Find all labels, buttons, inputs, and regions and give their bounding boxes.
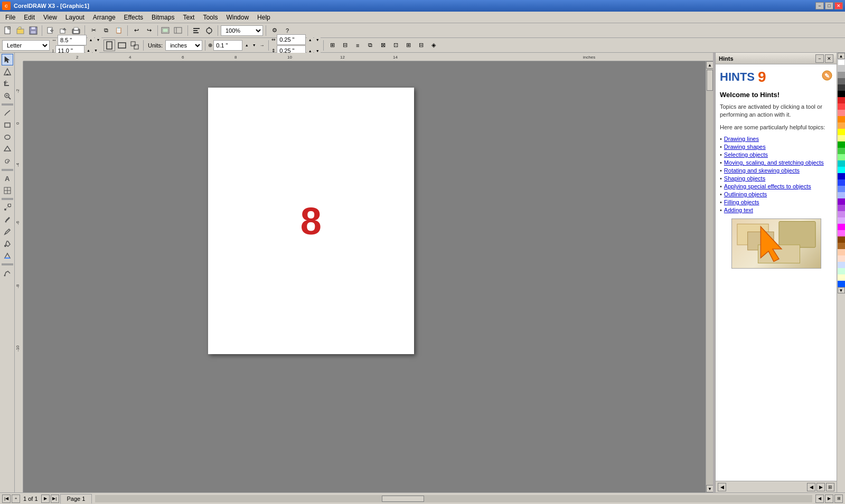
close-button[interactable]: ✕ <box>834 2 843 9</box>
tb2-distribute-btn[interactable]: ≡ <box>352 40 363 51</box>
height-down-btn[interactable]: ▼ <box>93 48 99 53</box>
color-swatch[interactable] <box>838 135 845 141</box>
open-button[interactable] <box>15 25 26 36</box>
nudge-input[interactable] <box>213 40 242 51</box>
polygon-tool-btn[interactable] <box>2 144 13 155</box>
drawing-canvas[interactable]: 8 <box>23 61 706 492</box>
menu-file[interactable]: File <box>1 12 20 23</box>
color-swatch[interactable] <box>838 103 845 110</box>
zoom-dropdown[interactable]: 100%50%200% <box>221 25 263 36</box>
tb2-combine-btn[interactable]: ⊞ <box>402 40 414 51</box>
color-swatch[interactable] <box>838 186 845 192</box>
color-white[interactable] <box>838 59 845 65</box>
portrait-btn[interactable] <box>104 40 115 51</box>
filling-link[interactable]: Filling objects <box>724 199 759 205</box>
tb2-snap-btn[interactable]: ⊞ <box>326 40 338 51</box>
interactive-fill-btn[interactable] <box>2 250 13 262</box>
hints-minimize-btn[interactable]: − <box>815 54 824 63</box>
color-swatch[interactable] <box>838 116 845 122</box>
outline-pen-btn[interactable] <box>2 226 13 237</box>
effects-link[interactable]: Applying special effects to objects <box>724 183 811 189</box>
color-swatch[interactable] <box>838 230 845 236</box>
select-tool-btn[interactable] <box>2 54 13 65</box>
color-swatch[interactable] <box>838 211 845 217</box>
ellipse-tool-btn[interactable] <box>2 131 13 143</box>
fill-tool-btn[interactable] <box>2 238 13 250</box>
color-swatch[interactable] <box>838 110 845 116</box>
spiral-tool-btn[interactable] <box>2 156 13 167</box>
color-swatch[interactable] <box>838 205 845 211</box>
x-offset-input[interactable] <box>277 34 306 45</box>
color-bottom-blue[interactable] <box>838 281 845 287</box>
width-down-btn[interactable]: ▼ <box>95 37 101 43</box>
menu-edit[interactable]: Edit <box>20 12 39 23</box>
menu-view[interactable]: View <box>39 12 61 23</box>
menu-effects[interactable]: Effects <box>120 12 147 23</box>
color-swatch[interactable] <box>838 141 845 148</box>
vscroll-down-btn[interactable]: ▼ <box>706 485 713 492</box>
color-swatch[interactable] <box>838 255 845 262</box>
color-swatch[interactable] <box>838 72 845 78</box>
shaping-link[interactable]: Shaping objects <box>724 175 765 182</box>
copy-button[interactable]: ⧉ <box>100 25 112 36</box>
save-button[interactable] <box>27 25 39 36</box>
color-swatch[interactable] <box>838 167 845 173</box>
page-tab-1[interactable]: Page 1 <box>60 494 92 503</box>
freehand-tool-btn[interactable] <box>2 107 13 119</box>
page-last-btn[interactable]: ▶| <box>51 495 59 503</box>
hints-expand-btn[interactable]: ⊞ <box>826 483 834 491</box>
import-btn2[interactable] <box>161 25 172 36</box>
rectangle-tool-btn[interactable] <box>2 119 13 131</box>
color-swatch[interactable] <box>838 78 845 84</box>
nudge-up[interactable]: ▲ <box>243 43 250 48</box>
zoom-tool-btn[interactable] <box>2 90 13 102</box>
color-swatch[interactable] <box>838 249 845 255</box>
landscape-btn[interactable] <box>116 40 128 51</box>
page-options-btn[interactable] <box>129 40 140 51</box>
color-black[interactable] <box>838 91 845 97</box>
color-swatch[interactable] <box>838 84 845 91</box>
color-swatch[interactable] <box>838 236 845 243</box>
color-swatch[interactable] <box>838 173 845 179</box>
hscroll-right-btn[interactable]: ▶ <box>825 495 833 503</box>
text-tool-btn[interactable]: A <box>2 173 13 184</box>
units-dropdown[interactable]: inchesmmcm <box>165 40 202 51</box>
tb2-convert-btn[interactable]: ◈ <box>428 40 439 51</box>
hints-nav-left-btn[interactable]: ◀ <box>807 483 815 491</box>
new-button[interactable] <box>2 25 14 36</box>
color-swatch[interactable] <box>838 129 845 135</box>
hints-back-btn[interactable]: ◀ <box>718 483 726 491</box>
color-swatch[interactable] <box>838 154 845 160</box>
moving-link[interactable]: Moving, scaling, and stretching objects <box>724 159 824 166</box>
menu-layout[interactable]: Layout <box>61 12 89 23</box>
menu-tools[interactable]: Tools <box>199 12 222 23</box>
color-swatch[interactable] <box>838 97 845 103</box>
color-swatch[interactable] <box>838 268 845 274</box>
tb2-group-btn[interactable]: ⊠ <box>377 40 389 51</box>
outlining-link[interactable]: Outlining objects <box>724 191 767 197</box>
adding-text-link[interactable]: Adding text <box>724 207 753 213</box>
rotating-link[interactable]: Rotating and skewing objects <box>724 167 800 174</box>
page-add-btn[interactable]: + <box>12 495 20 503</box>
palette-scroll-up[interactable]: ▲ <box>838 53 845 59</box>
x-down[interactable]: ▼ <box>314 37 321 42</box>
tb2-align-btn[interactable]: ⊟ <box>339 40 351 51</box>
color-swatch[interactable] <box>838 217 845 224</box>
snap-btn[interactable] <box>203 25 215 36</box>
vscroll-up-btn[interactable]: ▲ <box>706 61 713 69</box>
menu-arrange[interactable]: Arrange <box>89 12 120 23</box>
tb2-order-btn[interactable]: ⧉ <box>364 40 376 51</box>
hints-close-btn[interactable]: ✕ <box>825 54 833 63</box>
menu-bitmaps[interactable]: Bitmaps <box>147 12 179 23</box>
page-width-input[interactable] <box>58 35 87 45</box>
color-swatch[interactable] <box>838 122 845 129</box>
horizontal-scrollbar[interactable] <box>95 495 812 502</box>
smart-drawing-btn[interactable] <box>2 267 13 279</box>
tb2-break-btn[interactable]: ⊟ <box>415 40 427 51</box>
drawing-shapes-link[interactable]: Drawing shapes <box>724 144 766 150</box>
minimize-button[interactable]: − <box>815 2 824 9</box>
width-up-btn[interactable]: ▲ <box>88 37 94 43</box>
view-btn[interactable] <box>173 25 185 36</box>
nudge-apply[interactable]: → <box>258 40 266 51</box>
maximize-button[interactable]: □ <box>825 2 833 9</box>
